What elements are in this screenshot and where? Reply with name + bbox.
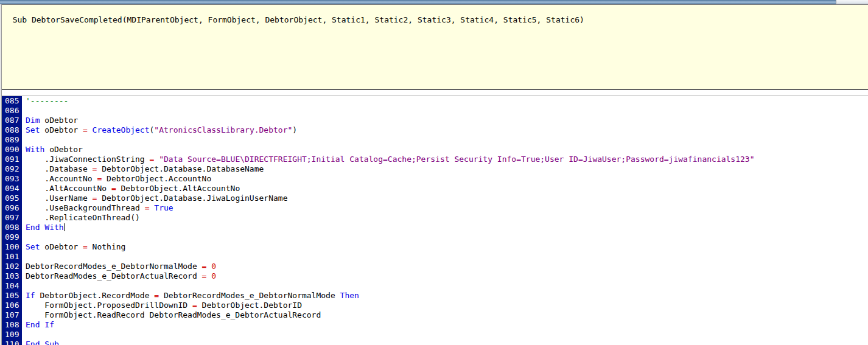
code-text[interactable]: DebtorRecordModes_e_DebtorNormalMode = 0	[22, 262, 216, 271]
code-line[interactable]: 097 .ReplicateOnThread()	[2, 213, 868, 223]
line-number: 102	[2, 262, 22, 271]
code-line[interactable]: 101	[2, 252, 868, 262]
code-text[interactable]: End With	[22, 223, 65, 232]
code-text[interactable]	[22, 106, 26, 116]
line-number: 106	[2, 301, 22, 310]
code-line[interactable]: 095 .UserName = DebtorObject.Database.Ji…	[2, 193, 868, 203]
code-line[interactable]: 108End If	[2, 320, 868, 330]
line-number: 104	[2, 281, 22, 291]
line-number: 099	[2, 232, 22, 242]
line-number: 100	[2, 242, 22, 252]
line-number: 086	[2, 106, 22, 116]
code-text[interactable]: .Database = DebtorObject.Database.Databa…	[22, 164, 264, 174]
code-line[interactable]: 093 .AccountNo = DebtorObject.AccountNo	[2, 174, 868, 184]
code-text[interactable]: Dim oDebtor	[22, 116, 78, 125]
code-line[interactable]: 100Set oDebtor = Nothing	[2, 242, 868, 252]
code-line[interactable]: 099	[2, 232, 868, 242]
window-buttons-fragment	[836, 0, 868, 4]
line-number: 110	[2, 340, 22, 345]
code-line[interactable]: 106 FormObject.ProposedDrillDownID = Deb…	[2, 301, 868, 310]
line-number: 093	[2, 174, 22, 184]
code-text[interactable]	[22, 281, 26, 291]
line-number: 096	[2, 203, 22, 213]
code-text[interactable]	[22, 252, 26, 262]
line-number: 091	[2, 155, 22, 164]
line-number: 103	[2, 271, 22, 281]
line-number: 089	[2, 135, 22, 145]
code-text[interactable]: .JiwaConnectionString = "Data Source=BLU…	[22, 155, 755, 164]
code-line[interactable]: 090With oDebtor	[2, 145, 868, 155]
code-text[interactable]	[22, 330, 26, 340]
code-line[interactable]: 102DebtorRecordModes_e_DebtorNormalMode …	[2, 262, 868, 271]
code-text[interactable]: End Sub	[22, 340, 59, 345]
line-number: 085	[2, 96, 22, 106]
code-line[interactable]: 085'--------	[2, 96, 868, 106]
line-number: 108	[2, 320, 22, 330]
code-text[interactable]: End If	[22, 320, 54, 330]
code-text[interactable]	[22, 135, 26, 145]
code-line[interactable]: 086	[2, 106, 868, 116]
line-number: 087	[2, 116, 22, 125]
code-text[interactable]: .AltAccountNo = DebtorObject.AltAccountN…	[22, 184, 240, 193]
line-number: 101	[2, 252, 22, 262]
code-line[interactable]: 103DebtorReadModes_e_DebtorActualRecord …	[2, 271, 868, 281]
code-line[interactable]: 109	[2, 330, 868, 340]
line-number: 092	[2, 164, 22, 174]
line-number: 107	[2, 310, 22, 320]
script-editor-window: { "titlebar": { "strip_color_top": "#4e7…	[0, 0, 868, 345]
line-number: 088	[2, 125, 22, 135]
code-pane[interactable]: 085'--------086087Dim oDebtor088Set oDeb…	[2, 96, 868, 345]
code-line[interactable]: 089	[2, 135, 868, 145]
line-number: 105	[2, 291, 22, 301]
code-text[interactable]: '--------	[22, 96, 68, 106]
line-number: 097	[2, 213, 22, 223]
code-text[interactable]: With oDebtor	[22, 145, 83, 155]
code-line[interactable]: 096 .UseBackgroundThread = True	[2, 203, 868, 213]
line-number: 109	[2, 330, 22, 340]
code-text[interactable]: .UseBackgroundThread = True	[22, 203, 173, 213]
code-line[interactable]: 098End With	[2, 223, 868, 232]
code-line[interactable]: 104	[2, 281, 868, 291]
code-line[interactable]: 092 .Database = DebtorObject.Database.Da…	[2, 164, 868, 174]
code-line[interactable]: 105If DebtorObject.RecordMode = DebtorRe…	[2, 291, 868, 301]
code-line[interactable]: 087Dim oDebtor	[2, 116, 868, 125]
text-caret	[64, 223, 65, 231]
procedure-declaration-pane[interactable]: Sub DebtorSaveCompleted(MDIParentObject,…	[2, 4, 868, 90]
procedure-declaration-text: Sub DebtorSaveCompleted(MDIParentObject,…	[13, 15, 584, 24]
code-text[interactable]: .UserName = DebtorObject.Database.JiwaLo…	[22, 193, 287, 203]
code-text[interactable]: FormObject.ReadRecord DebtorReadModes_e_…	[22, 310, 321, 320]
code-line[interactable]: 088Set oDebtor = CreateObject("AtronicsC…	[2, 125, 868, 135]
code-line[interactable]: 107 FormObject.ReadRecord DebtorReadMode…	[2, 310, 868, 320]
code-line[interactable]: 094 .AltAccountNo = DebtorObject.AltAcco…	[2, 184, 868, 193]
code-text[interactable]: If DebtorObject.RecordMode = DebtorRecor…	[22, 291, 359, 301]
code-text[interactable]: .ReplicateOnThread()	[22, 213, 140, 223]
line-number: 098	[2, 223, 22, 232]
line-number: 095	[2, 193, 22, 203]
window-titlebar-strip	[0, 0, 868, 4]
code-text[interactable]: .AccountNo = DebtorObject.AccountNo	[22, 174, 211, 184]
code-text[interactable]: DebtorReadModes_e_DebtorActualRecord = 0	[22, 271, 216, 281]
code-text[interactable]: Set oDebtor = CreateObject("AtronicsClas…	[22, 125, 297, 135]
line-number: 090	[2, 145, 22, 155]
code-line[interactable]: 091 .JiwaConnectionString = "Data Source…	[2, 155, 868, 164]
code-text[interactable]: Set oDebtor = Nothing	[22, 242, 125, 252]
code-text[interactable]	[22, 232, 26, 242]
line-number: 094	[2, 184, 22, 193]
code-text[interactable]: FormObject.ProposedDrillDownID = DebtorO…	[22, 301, 302, 310]
code-line[interactable]: 110End Sub	[2, 340, 868, 345]
